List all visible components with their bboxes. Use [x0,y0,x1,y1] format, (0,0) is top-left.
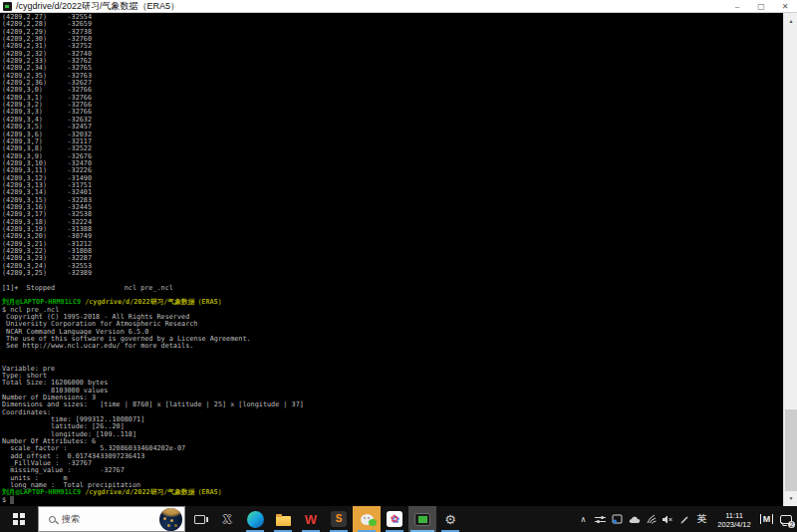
window-controls: – ▢ ✕ [725,0,797,13]
signal-fan-icon [647,514,657,524]
clock-date: 2023/4/12 [710,520,758,529]
notification-count-badge: 2 [788,521,795,528]
terminal-icon [414,513,430,526]
window-blue-dot-icon [612,514,623,524]
search-box[interactable]: 搜索 [38,506,185,532]
x-server-icon: X [223,513,232,525]
screen: /cygdrive/d/2022研习/气象数据（ERA5） – ▢ ✕ (428… [0,0,797,532]
terminal[interactable]: (4289,2,27) -32554(4289,2,28) -32659(428… [0,13,797,506]
taskbar-clock[interactable]: 11:11 2023/4/12 [710,510,758,529]
close-button[interactable]: ✕ [773,0,797,13]
taskbar-item-terminal[interactable] [408,506,436,532]
hidden-icons-chevron[interactable]: ∧ [575,506,592,532]
pen-icon [680,515,689,524]
clock-time: 11:11 [710,511,758,520]
taskbar-item-task-view[interactable] [185,506,213,532]
windows-logo-icon [13,513,25,525]
taskbar-item-settings[interactable]: ⚙ [436,506,464,532]
ime-indicator[interactable]: 英 [693,506,710,532]
taskbar-item-edge[interactable] [241,506,269,532]
scroll-down-arrow-icon[interactable]: ▼ [784,492,797,504]
system-tray: ∧ 英 11:11 2023/4/12 [575,506,797,532]
settings-gear-icon: ⚙ [444,513,456,526]
maximize-button[interactable]: ▢ [749,0,773,13]
task-view-icon [194,515,205,524]
window-title: /cygdrive/d/2022研习/气象数据（ERA5） [16,0,179,13]
notification-center[interactable]: 2 [775,506,797,532]
taskbar-item-file-explorer[interactable] [269,506,297,532]
wechat-icon [361,514,374,525]
wps-icon: W [305,513,317,526]
tray-signal[interactable] [643,506,660,532]
tray-volume[interactable] [660,506,676,532]
mintty-app-icon [3,2,12,11]
sliders-icon [595,515,606,524]
touch-keyboard-icon: M [760,514,774,524]
search-placeholder: 搜索 [62,513,80,526]
volume-muted-icon [663,515,673,524]
terminal-output: (4289,2,27) -32554(4289,2,28) -32659(428… [2,14,781,504]
taskbar-item-knot-app[interactable]: ✿ [381,506,408,532]
maximize-icon: ▢ [757,2,765,11]
scroll-up-arrow-icon[interactable]: ▲ [784,15,797,27]
folder-icon [276,516,291,526]
tray-window-app[interactable] [609,506,626,532]
tray-pen[interactable] [676,506,693,532]
cloud-icon [629,515,641,524]
taskbar: 搜索 X W S ✿ ⚙ ∧ [0,506,797,532]
edge-icon [247,511,264,528]
taskbar-item-wps[interactable]: W [297,506,325,532]
scrollbar[interactable]: ▲ ▼ [783,13,797,506]
taskbar-item-wechat[interactable] [353,506,381,532]
taskbar-item-xserver[interactable]: X [213,506,241,532]
tray-sliders[interactable] [592,506,609,532]
start-button[interactable] [0,506,38,532]
search-icon [49,516,56,523]
taskbar-item-xshell[interactable]: S [325,506,353,532]
knot-app-icon: ✿ [387,511,402,527]
chevron-up-icon: ∧ [581,515,587,524]
minimize-button[interactable]: – [725,0,749,13]
search-highlight-globe-icon[interactable] [159,508,182,531]
scrollbar-thumb[interactable] [785,409,797,491]
tray-cloud-app[interactable] [626,506,643,532]
close-icon: ✕ [782,2,789,11]
xshell-icon: S [331,511,347,527]
title-bar: /cygdrive/d/2022研习/气象数据（ERA5） – ▢ ✕ [0,0,797,13]
minimize-icon: – [735,2,739,11]
ime-language-label: 英 [697,512,707,526]
touch-keyboard[interactable]: M [758,506,775,532]
